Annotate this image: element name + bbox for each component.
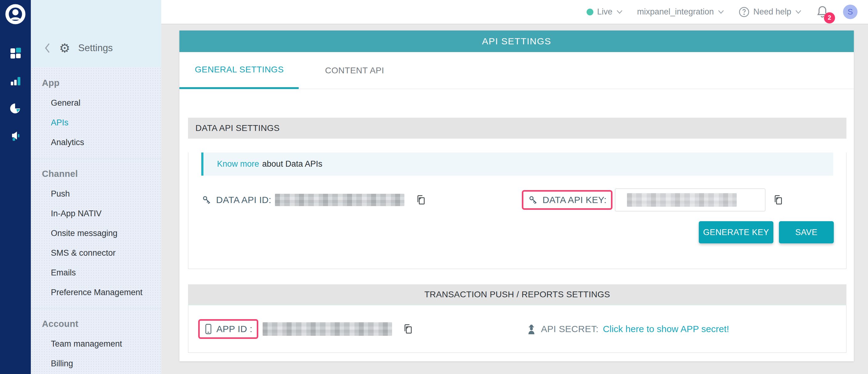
avatar[interactable]: S — [843, 5, 858, 19]
page-title: API SETTINGS — [179, 31, 854, 52]
notifications-bell[interactable]: 2 — [816, 5, 829, 19]
moengage-logo-icon[interactable] — [5, 4, 26, 24]
sidebar-section-account: Account Team management Billing — [31, 308, 161, 374]
data-api-key-label: DATA API KEY: — [542, 195, 607, 205]
mobile-phone-icon — [204, 324, 213, 335]
icon-rail — [0, 0, 31, 374]
sidebar-item-push[interactable]: Push — [31, 184, 161, 204]
transaction-push-section: TRANSACTION PUSH / REPORTS SETTINGS APP … — [188, 284, 846, 353]
api-secret-label: API SECRET: — [541, 324, 598, 334]
data-api-key-input[interactable] — [615, 189, 765, 211]
sidebar-section-app: App General APIs Analytics — [31, 73, 161, 158]
chevron-down-icon — [718, 10, 724, 14]
sidebar-item-billing[interactable]: Billing — [31, 354, 161, 373]
chevron-down-icon — [616, 10, 623, 14]
environment-label: Live — [597, 7, 613, 16]
dashboard-grid-icon[interactable] — [9, 46, 22, 60]
section-title: DATA API SETTINGS — [188, 118, 846, 139]
copy-icon[interactable] — [773, 194, 784, 206]
workspace-dropdown[interactable]: mixpanel_integration — [637, 7, 724, 16]
api-settings-card: API SETTINGS GENERAL SETTINGS CONTENT AP… — [179, 31, 854, 361]
tab-bar: GENERAL SETTINGS CONTENT API — [179, 52, 854, 89]
sidebar-section-channel: Channel Push In-App NATIV Onsite messagi… — [31, 158, 161, 308]
generate-key-button[interactable]: GENERATE KEY — [699, 221, 773, 243]
need-help-label: Need help — [753, 7, 791, 16]
sidebar-item-inapp-nativ[interactable]: In-App NATIV — [31, 204, 161, 223]
save-button[interactable]: SAVE — [779, 221, 834, 243]
copy-icon[interactable] — [403, 323, 414, 335]
section-heading: App — [31, 73, 161, 93]
content-area: API SETTINGS GENERAL SETTINGS CONTENT AP… — [161, 24, 868, 374]
api-secret-group: API SECRET: Click here to show APP secre… — [526, 323, 729, 335]
app-id-group: APP ID : — [188, 319, 518, 339]
data-api-key-redacted-value — [627, 193, 737, 207]
sidebar-item-apis[interactable]: APIs — [31, 113, 161, 133]
data-api-key-highlight-box: DATA API KEY: — [522, 190, 613, 210]
app-id-highlight-box: APP ID : — [198, 319, 258, 339]
sidebar-item-team-management[interactable]: Team management — [31, 334, 161, 354]
app-id-label: APP ID : — [216, 324, 252, 334]
workspace-label: mixpanel_integration — [637, 7, 714, 16]
app-id-redacted-value — [262, 322, 392, 336]
back-chevron-icon[interactable] — [43, 42, 51, 54]
environment-dropdown[interactable]: Live — [587, 7, 623, 16]
show-app-secret-link[interactable]: Click here to show APP secret! — [603, 324, 729, 334]
sidebar-item-sms-connector[interactable]: SMS & connector — [31, 243, 161, 263]
main-column: Live mixpanel_integration Need help — [161, 0, 868, 374]
chevron-down-icon — [795, 10, 802, 14]
data-api-key-group: DATA API KEY: — [522, 189, 784, 211]
spy-icon — [526, 323, 537, 335]
sidebar-item-general[interactable]: General — [31, 93, 161, 113]
key-icon — [528, 194, 539, 205]
section-heading: Account — [31, 314, 161, 334]
topbar: Live mixpanel_integration Need help — [161, 0, 868, 24]
bar-chart-icon[interactable] — [9, 74, 22, 87]
know-more-link[interactable]: Know more — [217, 159, 259, 169]
pie-chart-icon[interactable] — [9, 102, 22, 115]
sidebar-item-onsite-messaging[interactable]: Onsite messaging — [31, 223, 161, 243]
data-api-id-group: DATA API ID: — [188, 194, 518, 206]
notification-count-badge: 2 — [824, 12, 835, 24]
data-api-settings-section: DATA API SETTINGS Know more about Data A… — [188, 118, 846, 269]
gear-icon: ⚙ — [59, 42, 70, 54]
data-api-id-label: DATA API ID: — [216, 195, 271, 205]
section-heading: Channel — [31, 164, 161, 184]
tab-content-api[interactable]: CONTENT API — [299, 52, 403, 89]
rail-nav — [9, 46, 22, 143]
sections-wrap: DATA API SETTINGS Know more about Data A… — [179, 89, 854, 353]
sidebar-item-preference-management[interactable]: Preference Management — [31, 282, 161, 302]
data-api-id-redacted-value — [275, 194, 404, 206]
copy-icon[interactable] — [415, 194, 427, 206]
know-more-text: about Data APIs — [262, 159, 322, 169]
tab-general-settings[interactable]: GENERAL SETTINGS — [179, 52, 299, 89]
sidebar-title: Settings — [78, 42, 113, 54]
sidebar-header: ⚙ Settings — [31, 0, 161, 67]
app-root: ⚙ Settings App General APIs Analytics Ch… — [0, 0, 868, 374]
megaphone-icon[interactable] — [9, 130, 22, 143]
know-more-banner: Know more about Data APIs — [201, 152, 833, 176]
live-status-dot — [587, 9, 593, 15]
sidebar-nav: App General APIs Analytics Channel Push … — [31, 67, 161, 374]
section-title: TRANSACTION PUSH / REPORTS SETTINGS — [188, 284, 846, 305]
sidebar-item-analytics[interactable]: Analytics — [31, 133, 161, 152]
help-circle-icon — [739, 6, 750, 18]
need-help-dropdown[interactable]: Need help — [739, 6, 802, 18]
sidebar-item-emails[interactable]: Emails — [31, 263, 161, 282]
settings-sidebar: ⚙ Settings App General APIs Analytics Ch… — [31, 0, 161, 374]
key-icon — [201, 194, 212, 205]
